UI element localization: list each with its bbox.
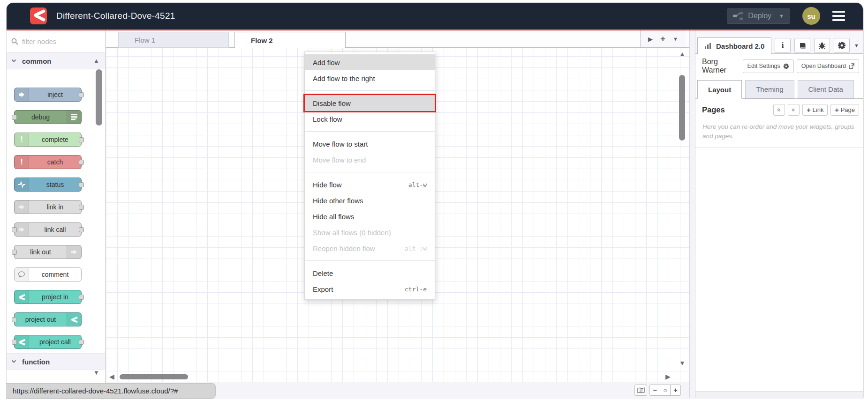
expand-all-button[interactable]: » — [788, 104, 800, 116]
palette-node-status[interactable]: status — [14, 178, 82, 192]
output-port — [79, 137, 84, 142]
tab-dashboard-2[interactable]: Dashboard 2.0 — [697, 37, 771, 54]
scroll-tabs-right-icon[interactable]: ▶ — [648, 36, 653, 43]
info-icon: i — [782, 41, 784, 50]
menu-item-move-flow-start[interactable]: Move flow to start — [305, 136, 435, 152]
palette-node-project-in[interactable]: project in — [14, 290, 82, 304]
zoom-reset-button[interactable]: ○ — [660, 385, 671, 396]
palette-node-project-out[interactable]: project out — [14, 312, 82, 326]
deploy-icon — [733, 12, 743, 20]
add-page-button[interactable]: +Page — [830, 104, 859, 116]
canvas-scroll-down-icon[interactable]: ▼ — [679, 359, 686, 367]
right-sidebar: Dashboard 2.0 i — [695, 30, 863, 398]
shortcut-label: alt-w — [408, 181, 427, 188]
info-button[interactable]: i — [775, 38, 791, 53]
zoom-in-button[interactable]: + — [670, 385, 681, 396]
plus-icon: + — [807, 106, 810, 114]
flowfuse-logo-icon — [30, 7, 47, 24]
output-port — [79, 227, 84, 232]
deploy-button[interactable]: Deploy ▼ — [727, 8, 790, 24]
palette-node-comment[interactable]: comment — [14, 267, 82, 281]
palette-scroll-up-icon[interactable]: ▲ — [93, 57, 99, 64]
edit-settings-button[interactable]: Edit Settings — [743, 59, 794, 73]
collapse-all-button[interactable]: « — [773, 104, 785, 116]
menu-divider — [305, 90, 435, 91]
double-chevron-up-icon: « — [776, 108, 783, 111]
config-nodes-button[interactable] — [834, 38, 850, 53]
bar-chart-icon — [704, 43, 712, 49]
chevron-down-icon — [11, 360, 16, 363]
minimap-button[interactable] — [634, 385, 647, 396]
menu-item-export[interactable]: Export ctrl-e — [305, 281, 435, 297]
palette-node-link-call[interactable]: link call — [14, 222, 82, 237]
canvas-vscrollbar-thumb[interactable] — [679, 75, 685, 141]
input-port — [12, 227, 17, 232]
palette-node-link-out[interactable]: link out — [14, 245, 82, 259]
output-port — [79, 205, 84, 210]
menu-item-add-flow[interactable]: Add flow — [305, 54, 435, 70]
output-port — [79, 160, 84, 165]
menu-item-hide-all-flows[interactable]: Hide all flows — [305, 208, 435, 224]
menu-item-move-flow-end: Move flow to end — [305, 152, 435, 168]
canvas-scroll-right-icon[interactable]: ▶ — [665, 373, 671, 380]
palette-node-link-in[interactable]: link in — [14, 200, 82, 214]
zoom-out-button[interactable]: − — [649, 385, 660, 396]
tab-layout[interactable]: Layout — [697, 80, 742, 99]
tab-theming[interactable]: Theming — [745, 80, 794, 98]
debug-messages-button[interactable] — [814, 38, 830, 53]
sidebar-options-chevron-icon[interactable]: ▼ — [854, 43, 859, 48]
tab-label: Flow 2 — [251, 37, 273, 44]
external-link-icon — [849, 63, 854, 69]
menu-item-hide-flow[interactable]: Hide flow alt-w — [305, 177, 435, 193]
add-flow-button[interactable]: + — [660, 34, 665, 44]
menu-item-hide-other-flows[interactable]: Hide other flows — [305, 193, 435, 208]
palette-node-complete[interactable]: ! complete — [14, 133, 82, 147]
map-icon — [637, 387, 645, 393]
dashboard-name: Borg Warner — [702, 58, 740, 74]
palette-scrollbar-thumb[interactable] — [96, 69, 102, 126]
speech-bubble-icon — [15, 268, 29, 281]
deploy-label: Deploy — [748, 12, 771, 20]
palette-scroll-down-icon[interactable]: ▼ — [93, 369, 99, 376]
deploy-options-chevron-icon[interactable]: ▼ — [779, 13, 784, 19]
canvas-scroll-left-icon[interactable]: ◀ — [109, 373, 114, 380]
project-logo-icon — [67, 313, 81, 326]
menu-item-delete[interactable]: Delete — [305, 265, 435, 281]
tab-flow-2[interactable]: Flow 2 — [234, 32, 346, 48]
open-dashboard-button[interactable]: Open Dashboard — [797, 59, 859, 73]
sidebar-tab-row: Dashboard 2.0 i — [695, 30, 863, 54]
menu-item-disable-flow[interactable]: Disable flow — [305, 95, 435, 111]
canvas-hscrollbar-thumb[interactable] — [120, 374, 188, 379]
avatar-initials: su — [807, 12, 815, 20]
menu-item-lock-flow[interactable]: Lock flow — [305, 111, 435, 127]
palette-node-debug[interactable]: debug — [14, 110, 82, 124]
palette-search[interactable]: filter nodes — [7, 30, 105, 53]
palette-node-inject[interactable]: inject — [14, 88, 82, 102]
search-icon — [11, 38, 18, 45]
hamburger-icon — [832, 11, 845, 13]
node-palette: filter nodes common inject debug ! compl… — [7, 30, 106, 398]
bug-icon — [818, 42, 826, 49]
menu-item-show-all-flows: Show all flows (0 hidden) — [305, 224, 435, 240]
tab-bar-controls: ▶ + ▼ — [640, 30, 686, 47]
palette-category-function[interactable]: function — [7, 353, 105, 370]
menu-item-add-flow-right[interactable]: Add flow to the right — [305, 70, 435, 86]
palette-category-common[interactable]: common — [7, 53, 105, 69]
main-menu-button[interactable] — [832, 11, 845, 21]
input-port — [12, 250, 17, 255]
user-avatar[interactable]: su — [802, 7, 820, 25]
canvas-scroll-up-icon[interactable]: ▲ — [679, 50, 686, 58]
tab-flow-1[interactable]: Flow 1 — [118, 32, 229, 48]
add-link-button[interactable]: +Link — [802, 104, 828, 116]
header: Different-Collared-Dove-4521 Deploy ▼ su — [7, 3, 863, 29]
palette-node-catch[interactable]: ! catch — [14, 155, 82, 169]
help-docs-button[interactable] — [794, 38, 810, 53]
status-url-tooltip: https://different-collared-dove-4521.flo… — [6, 383, 216, 399]
flow-context-menu: Add flow Add flow to the right Disable f… — [304, 52, 435, 300]
list-lines-icon — [67, 111, 81, 124]
tab-client-data[interactable]: Client Data — [798, 80, 854, 98]
dashboard-subtab-row: Layout Theming Client Data — [695, 80, 863, 99]
flow-list-chevron-icon[interactable]: ▼ — [673, 36, 678, 42]
sidebar-resize-handle[interactable] — [689, 30, 695, 398]
palette-node-project-call[interactable]: project call — [14, 335, 82, 349]
